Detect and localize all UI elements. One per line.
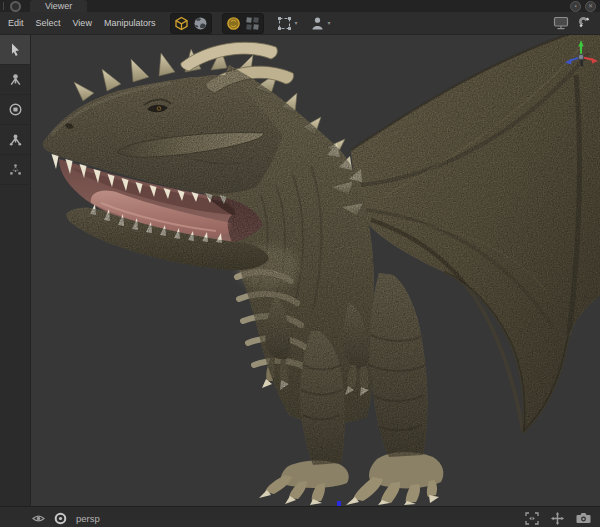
display-icon[interactable] [553, 16, 569, 30]
translate-jack-icon [8, 72, 23, 87]
marquee-select-icon [277, 16, 292, 31]
marquee-select-button[interactable]: ▾ [277, 16, 297, 31]
user-pose-button[interactable]: ▾ [310, 16, 330, 31]
pivot-tool-button[interactable] [0, 155, 30, 185]
menu-view[interactable]: View [68, 18, 97, 28]
locator-dot [337, 501, 341, 506]
rotate-tool-button[interactable] [0, 95, 30, 125]
close-panel-button[interactable]: ✕ [585, 1, 596, 12]
translate-tool-button[interactable] [0, 65, 30, 95]
camera-name-label[interactable]: persp [76, 513, 100, 524]
dragon-model-rendering [31, 35, 600, 506]
chevron-down-icon: ▾ [294, 20, 297, 26]
channel-tiles-icon[interactable] [244, 15, 261, 32]
screenshot-camera-icon[interactable] [576, 512, 591, 524]
menu-manipulators[interactable]: Manipulators [99, 18, 161, 28]
paint-tool-group [222, 13, 264, 34]
menu-select[interactable]: Select [31, 18, 66, 28]
panel-divider [3, 2, 4, 10]
menu-edit[interactable]: Edit [3, 18, 29, 28]
arrow-cursor-icon [8, 42, 23, 57]
aperture-icon[interactable] [54, 512, 67, 525]
fit-view-icon[interactable] [525, 512, 539, 525]
panel-icon[interactable] [10, 1, 21, 12]
tool-sidebar [0, 35, 31, 506]
dragon-model[interactable] [31, 35, 600, 506]
tab-bar: Viewer ▪ ✕ [0, 0, 600, 12]
tab-controls: ▪ ✕ [570, 1, 596, 12]
tab-viewer[interactable]: Viewer [30, 0, 87, 12]
main-area [0, 35, 600, 506]
projection-cube-icon[interactable] [173, 15, 190, 32]
float-panel-button[interactable]: ▪ [570, 1, 581, 12]
paint-target-icon[interactable] [225, 15, 242, 32]
chevron-down-icon: ▾ [327, 20, 330, 26]
magnet-icon[interactable] [578, 16, 593, 31]
viewport[interactable] [31, 35, 600, 506]
user-pose-icon [310, 16, 325, 31]
toolbar-right [553, 16, 593, 31]
rotate-circle-icon [8, 102, 23, 117]
pan-view-icon[interactable] [551, 512, 564, 525]
pivot-dots-icon [8, 162, 23, 177]
view-controls [525, 512, 591, 525]
projection-tool-group [170, 13, 212, 34]
viewer-panel: Viewer ▪ ✕ Edit Select View Manipulators [0, 0, 600, 527]
select-tool-button[interactable] [0, 35, 30, 65]
eye-icon[interactable] [32, 512, 45, 525]
tab-label: Viewer [45, 1, 72, 11]
camera-controls: persp [32, 512, 100, 525]
menu-toolbar-row: Edit Select View Manipulators [0, 12, 600, 35]
status-bar: persp [0, 506, 600, 527]
scale-jack-icon [8, 132, 23, 147]
scale-tool-button[interactable] [0, 125, 30, 155]
globe-icon[interactable] [192, 15, 209, 32]
